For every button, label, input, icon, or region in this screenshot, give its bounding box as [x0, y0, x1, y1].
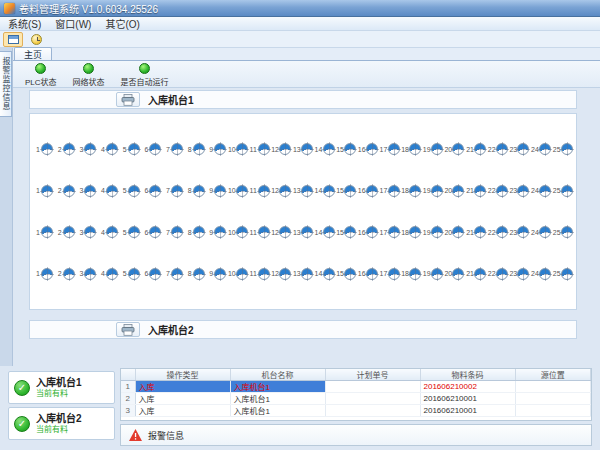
reel-slot[interactable]: 4	[98, 143, 118, 155]
reel-slot[interactable]: 19	[423, 268, 443, 280]
reel-slot[interactable]: 8	[185, 226, 205, 238]
reel-slot[interactable]: 6	[141, 143, 161, 155]
reel-slot[interactable]: 7	[163, 143, 183, 155]
reel-slot[interactable]: 24	[531, 268, 551, 280]
reel-slot[interactable]: 5	[120, 185, 140, 197]
machine2-status-card[interactable]: 入库机台2 当前有料	[8, 407, 115, 440]
reel-slot[interactable]: 22	[488, 143, 508, 155]
reel-slot[interactable]: 15	[336, 185, 356, 197]
reel-slot[interactable]: 23	[509, 143, 529, 155]
col-source-location[interactable]: 源位置	[515, 369, 591, 381]
reel-slot[interactable]: 23	[509, 268, 529, 280]
reel-slot[interactable]: 12	[271, 226, 291, 238]
reel-slot[interactable]: 25	[553, 268, 573, 280]
col-operation-type[interactable]: 操作类型	[135, 369, 230, 381]
reel-slot[interactable]: 12	[271, 185, 291, 197]
reel-slot[interactable]: 25	[553, 226, 573, 238]
tab-home[interactable]: 主页	[14, 47, 52, 60]
reel-slot[interactable]: 1	[33, 185, 53, 197]
reel-slot[interactable]: 22	[488, 185, 508, 197]
reel-slot[interactable]: 1	[33, 226, 53, 238]
reel-slot[interactable]: 13	[293, 226, 313, 238]
menu-system[interactable]: 系统(S)	[8, 16, 41, 31]
print-button-machine1[interactable]	[116, 92, 140, 107]
reel-slot[interactable]: 20	[444, 226, 464, 238]
reel-slot[interactable]: 19	[423, 143, 443, 155]
dock-tab-alarm-monitor[interactable]: 报警监控信息	[0, 51, 12, 117]
table-row[interactable]: 3入库入库机台1201606210001	[121, 405, 591, 417]
reel-slot[interactable]: 6	[141, 268, 161, 280]
reel-slot[interactable]: 16	[358, 268, 378, 280]
reel-slot[interactable]: 23	[509, 185, 529, 197]
reel-slot[interactable]: 3	[76, 143, 96, 155]
reel-slot[interactable]: 15	[336, 143, 356, 155]
reel-slot[interactable]: 17	[380, 226, 400, 238]
reel-slot[interactable]: 11	[250, 143, 270, 155]
reel-slot[interactable]: 11	[250, 268, 270, 280]
reel-slot[interactable]: 10	[228, 226, 248, 238]
reel-slot[interactable]: 22	[488, 268, 508, 280]
reel-slot[interactable]: 5	[120, 226, 140, 238]
reel-slot[interactable]: 4	[98, 226, 118, 238]
reel-slot[interactable]: 21	[466, 268, 486, 280]
reel-slot[interactable]: 1	[33, 268, 53, 280]
reel-slot[interactable]: 20	[444, 143, 464, 155]
reel-slot[interactable]: 10	[228, 185, 248, 197]
reel-slot[interactable]: 23	[509, 226, 529, 238]
reel-slot[interactable]: 11	[250, 226, 270, 238]
reel-slot[interactable]: 2	[55, 268, 75, 280]
menu-window[interactable]: 窗口(W)	[55, 16, 91, 31]
reel-slot[interactable]: 18	[401, 143, 421, 155]
reel-slot[interactable]: 11	[250, 185, 270, 197]
reel-slot[interactable]: 10	[228, 268, 248, 280]
reel-slot[interactable]: 18	[401, 226, 421, 238]
reel-slot[interactable]: 8	[185, 143, 205, 155]
reel-slot[interactable]: 2	[55, 185, 75, 197]
reel-slot[interactable]: 1	[33, 143, 53, 155]
reel-slot[interactable]: 25	[553, 143, 573, 155]
reel-slot[interactable]: 19	[423, 185, 443, 197]
reel-slot[interactable]: 8	[185, 185, 205, 197]
reel-slot[interactable]: 5	[120, 268, 140, 280]
reel-slot[interactable]: 21	[466, 143, 486, 155]
reel-slot[interactable]: 2	[55, 143, 75, 155]
reel-slot[interactable]: 24	[531, 143, 551, 155]
schedule-button[interactable]	[26, 32, 46, 47]
reel-slot[interactable]: 19	[423, 226, 443, 238]
reel-slot[interactable]: 9	[206, 143, 226, 155]
reel-slot[interactable]: 7	[163, 185, 183, 197]
col-plan-number[interactable]: 计划单号	[325, 369, 420, 381]
reel-slot[interactable]: 12	[271, 268, 291, 280]
reel-slot[interactable]: 14	[315, 268, 335, 280]
reel-slot[interactable]: 9	[206, 185, 226, 197]
reel-slot[interactable]: 13	[293, 268, 313, 280]
reel-slot[interactable]: 10	[228, 143, 248, 155]
reel-slot[interactable]: 13	[293, 143, 313, 155]
menu-other[interactable]: 其它(O)	[105, 16, 139, 31]
col-material-barcode[interactable]: 物料条码	[420, 369, 515, 381]
reel-slot[interactable]: 9	[206, 226, 226, 238]
reel-slot[interactable]: 3	[76, 268, 96, 280]
reel-slot[interactable]: 16	[358, 143, 378, 155]
table-row[interactable]: 1入库入库机台1201606210002	[121, 381, 591, 393]
reel-slot[interactable]: 5	[120, 143, 140, 155]
reel-slot[interactable]: 24	[531, 185, 551, 197]
print-button-machine2[interactable]	[116, 322, 140, 337]
reel-slot[interactable]: 4	[98, 185, 118, 197]
reel-slot[interactable]: 6	[141, 226, 161, 238]
reel-slot[interactable]: 3	[76, 185, 96, 197]
reel-slot[interactable]: 24	[531, 226, 551, 238]
reel-slot[interactable]: 12	[271, 143, 291, 155]
reel-slot[interactable]: 2	[55, 226, 75, 238]
reel-slot[interactable]: 21	[466, 226, 486, 238]
reel-slot[interactable]: 18	[401, 268, 421, 280]
reel-slot[interactable]: 17	[380, 185, 400, 197]
reel-slot[interactable]: 20	[444, 185, 464, 197]
reel-slot[interactable]: 13	[293, 185, 313, 197]
col-machine-name[interactable]: 机台名称	[230, 369, 325, 381]
reel-slot[interactable]: 21	[466, 185, 486, 197]
reel-slot[interactable]: 15	[336, 268, 356, 280]
reel-slot[interactable]: 7	[163, 268, 183, 280]
reel-slot[interactable]: 3	[76, 226, 96, 238]
reel-slot[interactable]: 14	[315, 143, 335, 155]
